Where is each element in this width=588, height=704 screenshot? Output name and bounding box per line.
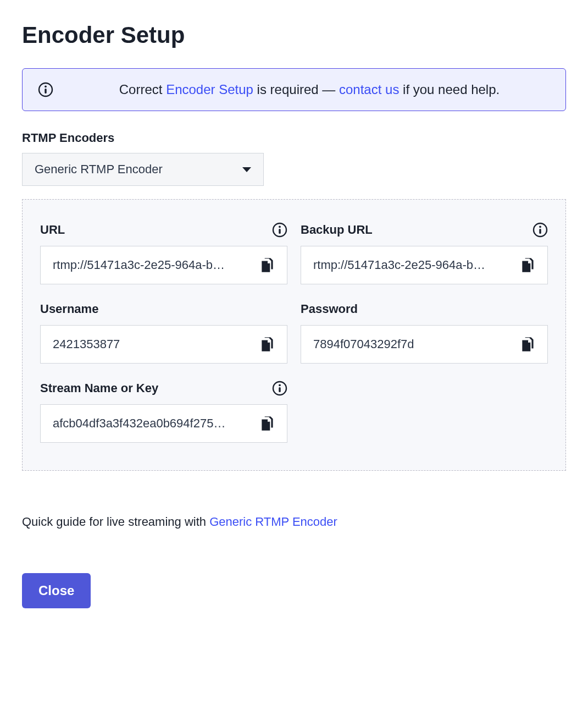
stream-key-value: afcb04df3a3f432ea0b694f275… [53, 416, 257, 431]
stream-key-label: Stream Name or Key [40, 381, 158, 395]
rtmp-encoder-select[interactable]: Generic RTMP Encoder [22, 153, 264, 186]
alert-prefix: Correct [119, 82, 166, 97]
guide-link[interactable]: Generic RTMP Encoder [209, 515, 337, 529]
url-label: URL [40, 223, 65, 237]
contact-us-link[interactable]: contact us [339, 82, 399, 97]
field-stream-key: Stream Name or Key afcb04df3a3f432ea0b69… [40, 380, 287, 443]
copy-icon [259, 336, 276, 353]
password-value: 7894f07043292f7d [313, 337, 518, 351]
info-icon [38, 82, 53, 97]
stream-key-input: afcb04df3a3f432ea0b694f275… [40, 404, 287, 443]
page-title: Encoder Setup [22, 22, 566, 48]
password-input: 7894f07043292f7d [301, 325, 548, 364]
encoder-fields-panel: URL rtmp://51471a3c-2e25-964a-b… Backup … [22, 199, 566, 471]
chevron-down-icon [242, 167, 251, 172]
rtmp-encoders-label: RTMP Encoders [22, 131, 566, 145]
field-username: Username 2421353877 [40, 301, 287, 364]
info-icon[interactable] [272, 222, 287, 238]
alert-suffix: if you need help. [399, 82, 500, 97]
close-button[interactable]: Close [22, 573, 91, 608]
copy-backup-url-button[interactable] [518, 254, 539, 276]
copy-stream-key-button[interactable] [257, 413, 278, 435]
alert-text: Correct Encoder Setup is required — cont… [69, 82, 550, 97]
quick-guide-text: Quick guide for live streaming with Gene… [22, 515, 566, 529]
guide-prefix: Quick guide for live streaming with [22, 515, 209, 529]
field-url: URL rtmp://51471a3c-2e25-964a-b… [40, 222, 287, 284]
info-icon[interactable] [272, 381, 287, 396]
setup-alert: Correct Encoder Setup is required — cont… [22, 68, 566, 111]
backup-url-value: rtmp://51471a3c-2e25-964a-b… [313, 258, 518, 272]
field-backup-url: Backup URL rtmp://51471a3c-2e25-964a-b… [301, 222, 548, 284]
copy-password-button[interactable] [518, 333, 539, 355]
copy-username-button[interactable] [257, 333, 278, 355]
backup-url-label: Backup URL [301, 223, 373, 237]
copy-url-button[interactable] [257, 254, 278, 276]
url-input: rtmp://51471a3c-2e25-964a-b… [40, 246, 287, 284]
backup-url-input: rtmp://51471a3c-2e25-964a-b… [301, 246, 548, 284]
url-value: rtmp://51471a3c-2e25-964a-b… [53, 258, 257, 272]
alert-middle: is required — [253, 82, 339, 97]
field-password: Password 7894f07043292f7d [301, 301, 548, 364]
rtmp-encoder-value: Generic RTMP Encoder [35, 162, 163, 177]
info-icon[interactable] [532, 222, 548, 238]
username-value: 2421353877 [53, 337, 257, 351]
copy-icon [259, 256, 276, 274]
encoder-setup-link[interactable]: Encoder Setup [166, 82, 253, 97]
copy-icon [520, 336, 536, 353]
copy-icon [259, 415, 276, 432]
password-label: Password [301, 302, 358, 316]
username-label: Username [40, 302, 98, 316]
username-input: 2421353877 [40, 325, 287, 364]
copy-icon [520, 256, 536, 274]
